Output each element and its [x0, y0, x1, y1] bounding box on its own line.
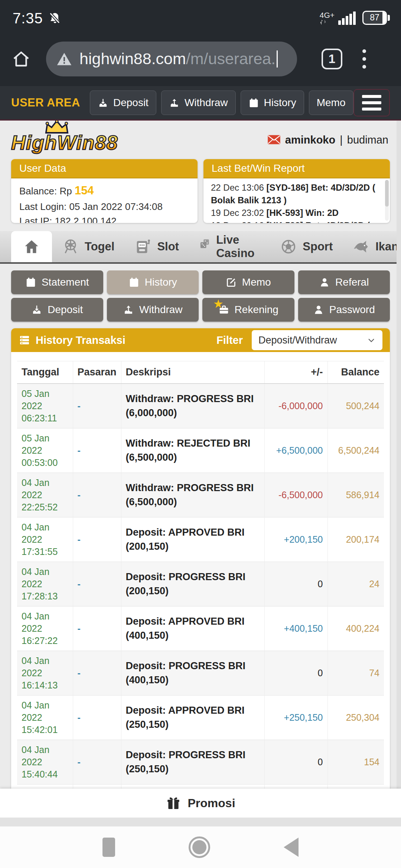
menu-button-label: Referal: [335, 276, 369, 288]
menu-button-memo[interactable]: Memo: [202, 270, 294, 294]
menu-button-rekening[interactable]: ★Rekening: [202, 298, 294, 322]
nav-button-deposit[interactable]: Deposit: [90, 91, 156, 115]
nav-button-label: Withdraw: [185, 97, 228, 109]
bell-muted-icon: [48, 11, 62, 26]
cell-balance: 24: [327, 562, 384, 606]
cell-pasaran: -: [73, 785, 121, 789]
game-category-tabs: TogelSlotLive CasinoSportIkan: [0, 231, 401, 264]
cell-deskripsi: Deposit: PROGRESS BRI (250,150): [121, 740, 264, 785]
calendar-icon: [248, 98, 259, 108]
url-bar[interactable]: highwin88.com/m/userarea.: [46, 42, 297, 76]
table-row: 04 Jan 202216:27:22-Deposit: APPROVED BR…: [17, 606, 384, 651]
table-row: 05 Jan 202200:53:00-Withdraw: REJECTED B…: [17, 428, 384, 473]
tab-ikan[interactable]: Ikan: [343, 231, 401, 262]
slot-machine-icon: [134, 238, 151, 255]
cell-tanggal: 04 Jan 202216:14:13: [17, 651, 73, 696]
panel-scrollbar[interactable]: [385, 180, 389, 221]
page-content: HighWin88 aminkoko | budiman User Data B…: [0, 121, 401, 789]
table-row: 04 Jan 202216:14:13-Deposit: PROGRESS BR…: [17, 651, 384, 696]
col-amount: +/-: [264, 361, 327, 384]
cell-tanggal: 04 Jan 202217:28:13: [17, 562, 73, 606]
user-data-panel-title: User Data: [11, 159, 198, 178]
separator: |: [340, 134, 343, 146]
cell-pasaran: -: [73, 651, 121, 696]
hamburger-menu-button[interactable]: [353, 89, 390, 116]
menu-button-history[interactable]: History: [107, 270, 199, 294]
status-bar: 7:35 4G+ 87: [0, 0, 401, 32]
last-bet-win-list: 22 Dec 13:06 [SYD-186] Bet: 4D/3D/2D ( B…: [203, 178, 390, 223]
android-home-icon[interactable]: [189, 836, 210, 858]
text-caret: [277, 50, 278, 68]
filter-select[interactable]: Deposit/Withdraw: [252, 330, 382, 350]
cell-amount: +400,150: [264, 606, 327, 651]
cell-tanggal: 04 Jan 202216:27:22: [17, 606, 73, 651]
last-login-line: Last Login: 05 Jan 2022 07:34:08: [19, 200, 189, 214]
history-table: Tanggal Pasaran Deskripsi +/- Balance 05…: [17, 361, 384, 789]
cell-balance: 586,914: [327, 473, 384, 517]
menu-button-statement[interactable]: Statement: [11, 270, 103, 294]
tab-label: Ikan: [375, 240, 398, 253]
url-text[interactable]: highwin88.com/m/userarea.: [79, 50, 278, 68]
person-icon: [319, 277, 330, 288]
filter-label: Filter: [216, 334, 243, 346]
cell-pasaran: -: [73, 384, 121, 428]
menu-button-referal[interactable]: Referal: [298, 270, 390, 294]
tab-switcher-button[interactable]: 1: [322, 49, 342, 69]
account-info[interactable]: aminkoko | budiman: [267, 134, 388, 146]
cell-balance: 6,500,244: [327, 428, 384, 473]
cell-deskripsi: Withdraw: PROGRESS BRI (6,000,000): [121, 384, 264, 428]
tab-label: Togel: [85, 240, 114, 253]
username: aminkoko: [285, 134, 335, 146]
user-data-panel: User Data Balance: Rp 154 Last Login: 05…: [11, 159, 198, 223]
signal-strength-icon: [338, 11, 356, 25]
star-badge: ★: [213, 297, 224, 311]
cell-tanggal: 04 Jan 202215:42:01: [17, 696, 73, 740]
crown-icon: [44, 121, 70, 133]
cell-amount: 0: [264, 651, 327, 696]
nav-button-history[interactable]: History: [241, 91, 304, 115]
recents-icon[interactable]: [102, 838, 115, 857]
calendar-icon: [128, 277, 140, 288]
cell-amount: 0: [264, 562, 327, 606]
nav-button-memo[interactable]: Memo: [309, 91, 353, 115]
cell-pasaran: -: [73, 517, 121, 562]
tab-sport[interactable]: Sport: [270, 231, 343, 262]
home-icon[interactable]: [11, 49, 31, 69]
promosi-label: Promosi: [188, 796, 235, 810]
menu-button-label: Deposit: [48, 304, 83, 316]
filter-selected-value: Deposit/Withdraw: [258, 335, 337, 346]
site-logo[interactable]: HighWin88: [11, 126, 118, 154]
tab-slot[interactable]: Slot: [124, 231, 189, 262]
cell-balance: 200,174: [327, 517, 384, 562]
table-row: 04 Jan 202217:31:55-Deposit: APPROVED BR…: [17, 517, 384, 562]
calendar-icon: [25, 277, 36, 288]
page-scrollbar[interactable]: [397, 121, 401, 789]
browser-menu-icon[interactable]: [360, 47, 368, 71]
deposit-icon: [31, 304, 42, 315]
tab-home[interactable]: [11, 231, 52, 262]
cell-amount: 0: [264, 740, 327, 785]
promosi-button[interactable]: Promosi: [0, 789, 401, 818]
cell-amount: -5,000: [264, 785, 327, 789]
network-type-label: 4G+: [320, 11, 335, 19]
tab-togel[interactable]: Togel: [52, 231, 124, 262]
back-icon[interactable]: [284, 838, 299, 857]
cell-amount: -6,000,000: [264, 384, 327, 428]
not-secure-warning-icon[interactable]: [56, 51, 72, 67]
wheel-icon: [62, 238, 79, 255]
menu-button-password[interactable]: Password: [298, 298, 390, 322]
menu-button-deposit[interactable]: Deposit: [11, 298, 103, 322]
tab-live-casino[interactable]: Live Casino: [189, 231, 270, 262]
menu-button-label: Withdraw: [139, 304, 183, 316]
menu-button-withdraw[interactable]: Withdraw: [107, 298, 199, 322]
cell-pasaran: -: [73, 696, 121, 740]
cell-balance: 400,224: [327, 606, 384, 651]
chevron-down-icon: [367, 336, 376, 345]
col-balance: Balance: [327, 361, 384, 384]
nav-button-withdraw[interactable]: Withdraw: [161, 91, 236, 115]
cell-tanggal: 04 Jan 202215:40:44: [17, 740, 73, 785]
cell-balance: 250,304: [327, 696, 384, 740]
cell-tanggal: 03 Jan 202218:10:07: [17, 785, 73, 789]
cell-tanggal: 05 Jan 202200:53:00: [17, 428, 73, 473]
last-ip-line: Last IP: 182.2.100.142: [19, 214, 189, 223]
